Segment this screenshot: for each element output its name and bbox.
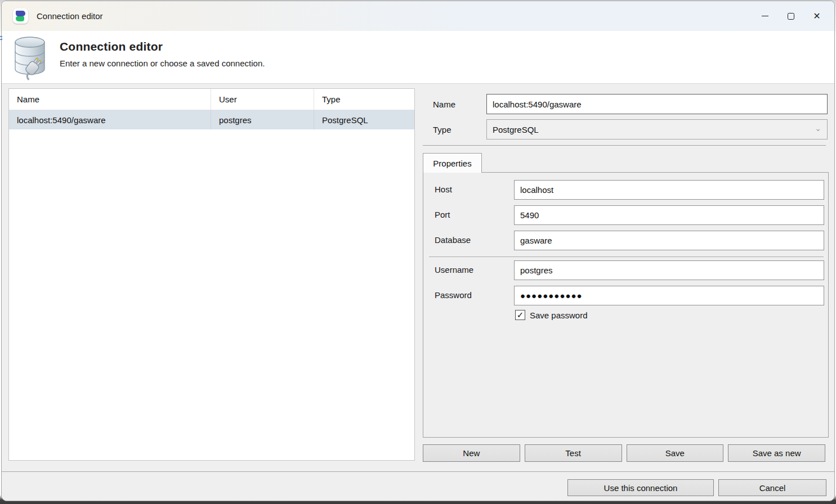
logo-blue-shape xyxy=(16,11,25,16)
row-cell-user: postgres xyxy=(211,110,314,129)
save-password-label: Save password xyxy=(530,310,588,320)
main-content: Name User Type localhost:5490/gasware po… xyxy=(2,84,834,471)
save-button[interactable]: Save xyxy=(627,444,724,462)
password-field-label: Password xyxy=(435,290,472,300)
save-password-checkbox[interactable]: ✓ xyxy=(515,310,525,320)
row-cell-type: PostgreSQL xyxy=(314,110,414,129)
host-input[interactable] xyxy=(514,180,824,200)
use-this-connection-button[interactable]: Use this connection xyxy=(567,479,714,496)
properties-panel: Host Port Database Username Password ✓ S… xyxy=(423,172,829,438)
name-field-label: Name xyxy=(433,100,455,109)
row-cell-name: localhost:5490/gasware xyxy=(9,110,211,129)
database-icon xyxy=(11,35,55,80)
column-header-type[interactable]: Type xyxy=(314,89,414,110)
titlebar: Connection editor ✕ xyxy=(2,1,834,31)
connection-name-input[interactable] xyxy=(486,94,828,114)
port-field-label: Port xyxy=(435,210,450,219)
close-button[interactable]: ✕ xyxy=(804,1,830,31)
logo-green-shape xyxy=(16,16,24,21)
app-logo-icon xyxy=(13,8,28,24)
save-as-new-button[interactable]: Save as new xyxy=(728,444,825,462)
page-subtitle: Enter a new connection or choose a saved… xyxy=(60,58,265,68)
cancel-button[interactable]: Cancel xyxy=(718,479,826,496)
new-button[interactable]: New xyxy=(423,444,520,462)
checkmark-icon: ✓ xyxy=(517,310,524,320)
table-header-row: Name User Type xyxy=(9,89,414,110)
test-button[interactable]: Test xyxy=(525,444,622,462)
port-input[interactable] xyxy=(514,205,824,225)
username-field-label: Username xyxy=(435,265,473,274)
database-field-label: Database xyxy=(435,235,471,245)
database-input[interactable] xyxy=(514,231,824,250)
dialog-header: Connection editor Enter a new connection… xyxy=(2,31,834,84)
connection-editor-window: Connection editor ✕ xyxy=(1,1,835,501)
close-icon: ✕ xyxy=(813,12,820,21)
table-row-selected[interactable]: localhost:5490/gasware postgres PostgreS… xyxy=(9,110,414,129)
chevron-down-icon: ⌄ xyxy=(815,124,821,133)
password-input[interactable] xyxy=(514,286,824,305)
minimize-button[interactable] xyxy=(752,1,778,31)
separator xyxy=(429,256,824,257)
maximize-icon xyxy=(788,13,794,20)
dialog-footer: Use this connection Cancel xyxy=(2,471,834,501)
type-select-value: PostgreSQL xyxy=(493,125,539,134)
column-header-name[interactable]: Name xyxy=(9,89,211,110)
column-header-user[interactable]: User xyxy=(211,89,314,110)
window-controls: ✕ xyxy=(752,1,830,31)
save-password-row: ✓ Save password xyxy=(515,310,588,320)
username-input[interactable] xyxy=(514,260,824,280)
connection-type-select[interactable]: PostgreSQL ⌄ xyxy=(486,119,828,140)
type-field-label: Type xyxy=(433,125,451,134)
action-button-row: New Test Save Save as new xyxy=(423,444,825,462)
page-title: Connection editor xyxy=(60,40,265,53)
window-title: Connection editor xyxy=(37,11,103,21)
host-field-label: Host xyxy=(435,184,452,194)
tab-properties[interactable]: Properties xyxy=(423,153,482,173)
minimize-icon xyxy=(762,16,768,16)
saved-connections-table: Name User Type localhost:5490/gasware po… xyxy=(8,88,415,461)
background-window-artifact: c xyxy=(0,33,3,42)
separator xyxy=(423,145,826,146)
maximize-button[interactable] xyxy=(778,1,804,31)
